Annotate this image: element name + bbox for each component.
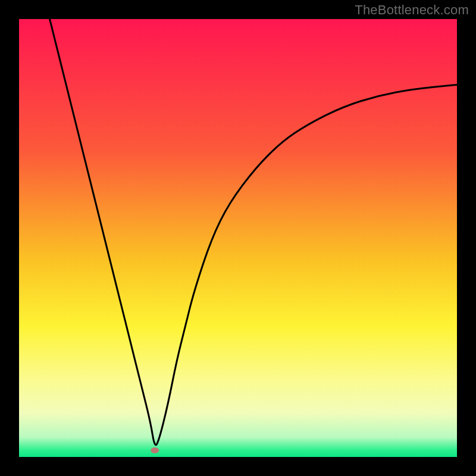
watermark-text: TheBottleneck.com [355, 2, 469, 18]
marker-dot [151, 447, 159, 453]
chart-stage: TheBottleneck.com [0, 0, 476, 476]
plot-background [19, 19, 457, 457]
chart-plot [19, 19, 457, 457]
